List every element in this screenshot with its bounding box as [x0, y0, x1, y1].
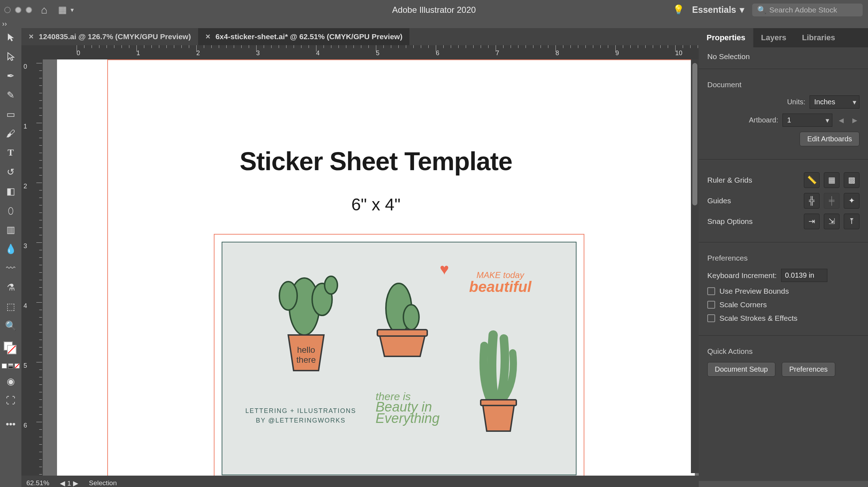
- direct-selection-tool-icon[interactable]: [4, 50, 17, 63]
- minimize-window-icon[interactable]: [15, 7, 21, 13]
- arrange-documents-icon[interactable]: ▦: [58, 4, 67, 15]
- maximize-window-icon[interactable]: [26, 7, 32, 13]
- ruler-icon[interactable]: 📏: [804, 172, 820, 188]
- kb-increment-input[interactable]: [781, 269, 827, 282]
- control-bar-toggle[interactable]: ››: [0, 20, 868, 28]
- close-tab-icon[interactable]: ✕: [205, 33, 211, 41]
- status-artboard[interactable]: 1: [67, 480, 71, 487]
- next-artboard-icon[interactable]: ▶: [850, 116, 859, 124]
- transparency-grid-icon[interactable]: ▩: [844, 172, 859, 188]
- paintbrush-tool-icon[interactable]: 🖌: [4, 127, 17, 140]
- ruler-grids-label: Ruler & Grids: [707, 176, 752, 184]
- color-mode-row: [2, 363, 20, 368]
- document-tab-2[interactable]: ✕ 6x4-sticker-sheet.ai* @ 62.51% (CMYK/G…: [198, 28, 410, 45]
- vertical-scrollbar[interactable]: [691, 59, 699, 473]
- svg-rect-8: [377, 330, 427, 336]
- tab-layers[interactable]: Layers: [753, 28, 794, 47]
- cactus-illustration-1: hello there: [269, 264, 347, 378]
- type-tool-icon[interactable]: T: [4, 146, 17, 159]
- width-tool-icon[interactable]: 〰: [4, 262, 17, 274]
- svg-point-1: [279, 282, 297, 310]
- zoom-level[interactable]: 62.51%: [26, 479, 49, 487]
- panel-tabs: Properties Layers Libraries: [699, 28, 868, 47]
- app-title: Adobe Illustrator 2020: [392, 5, 476, 15]
- rectangle-tool-icon[interactable]: ▭: [4, 108, 17, 121]
- tab-properties[interactable]: Properties: [699, 28, 753, 47]
- document-setup-button[interactable]: Document Setup: [707, 362, 775, 377]
- snap-pixel-icon[interactable]: ⤒: [844, 214, 859, 229]
- template-title: Sticker Sheet Template: [57, 147, 695, 176]
- app-topbar: ⌂ ▦ ▾ Adobe Illustrator 2020 💡 Essential…: [0, 0, 868, 20]
- screen-mode-icon[interactable]: ⛶: [4, 394, 17, 407]
- rotate-tool-icon[interactable]: ↺: [4, 166, 17, 178]
- close-window-icon[interactable]: [4, 7, 11, 13]
- quote-make-today: MAKE today beautiful: [454, 271, 547, 294]
- svg-rect-9: [481, 400, 516, 405]
- artboard-dropdown[interactable]: 1: [782, 114, 832, 127]
- discover-icon[interactable]: 💡: [673, 4, 684, 15]
- scale-corners-checkbox[interactable]: Scale Corners: [707, 300, 859, 309]
- home-icon[interactable]: ⌂: [41, 4, 47, 16]
- preferences-button[interactable]: Preferences: [782, 362, 835, 377]
- search-placeholder: Search Adobe Stock: [769, 6, 837, 14]
- scale-strokes-checkbox[interactable]: Scale Strokes & Effects: [707, 314, 859, 323]
- shape-builder-tool-icon[interactable]: ⬯: [4, 204, 17, 217]
- sticker-artboard: hello there ♥: [222, 242, 577, 475]
- scrollbar-thumb[interactable]: [692, 63, 697, 205]
- selection-tool-icon[interactable]: [4, 31, 17, 44]
- credit-text: LETTERING + ILLUSTRATIONS BY @LETTERINGW…: [244, 406, 358, 425]
- guides-toggle-icon[interactable]: ╬: [804, 193, 820, 209]
- workspace-switcher[interactable]: Essentials ▾: [692, 5, 744, 15]
- draw-mode-icon[interactable]: ◉: [4, 375, 17, 388]
- tab-label: 1240835.ai @ 126.7% (CMYK/GPU Preview): [39, 32, 191, 41]
- fill-stroke-swatch[interactable]: [4, 341, 18, 356]
- artboard: Sticker Sheet Template 6" x 4" hello the…: [57, 59, 695, 481]
- chevron-down-icon: ▾: [740, 5, 744, 15]
- prev-artboard-icon[interactable]: ◀: [837, 116, 846, 124]
- selection-status: No Selection: [699, 47, 868, 66]
- properties-panel: Properties Layers Libraries No Selection…: [699, 28, 868, 481]
- edit-artboards-button[interactable]: Edit Artboards: [800, 132, 859, 146]
- snap-label: Snap Options: [707, 217, 753, 226]
- close-tab-icon[interactable]: ✕: [29, 33, 34, 41]
- search-icon: 🔍: [757, 6, 766, 14]
- symbol-sprayer-icon[interactable]: ⚗: [4, 281, 17, 294]
- svg-text:hello: hello: [297, 345, 315, 355]
- document-area: ✕ 1240835.ai @ 126.7% (CMYK/GPU Preview)…: [21, 28, 699, 481]
- svg-text:there: there: [296, 355, 316, 365]
- tab-libraries[interactable]: Libraries: [794, 28, 843, 47]
- template-size: 6" x 4": [57, 195, 695, 214]
- units-dropdown[interactable]: Inches: [810, 95, 859, 109]
- guides-lock-icon[interactable]: ╪: [824, 193, 839, 209]
- artboard-tool-icon[interactable]: ⬚: [4, 300, 17, 313]
- snap-point-icon[interactable]: ⇥: [804, 214, 820, 229]
- eraser-tool-icon[interactable]: ◧: [4, 185, 17, 198]
- horizontal-ruler[interactable]: 012345678910: [43, 45, 699, 59]
- preview-bounds-checkbox[interactable]: Use Preview Bounds: [707, 287, 859, 295]
- canvas[interactable]: Sticker Sheet Template 6" x 4" hello the…: [43, 59, 699, 481]
- cactus-illustration-3: [465, 324, 536, 438]
- pen-tool-icon[interactable]: ✒: [4, 69, 17, 82]
- toolbox: ✒ ✎ ▭ 🖌 T ↺ ◧ ⬯ ▥ 💧 〰 ⚗ ⬚ 🔍 ◉ ⛶ •••: [0, 28, 21, 481]
- color-none-icon[interactable]: [15, 363, 20, 368]
- eyedropper-tool-icon[interactable]: 💧: [4, 242, 17, 255]
- curvature-tool-icon[interactable]: ✎: [4, 89, 17, 101]
- vertical-ruler[interactable]: 0123456: [21, 59, 43, 481]
- smart-guides-icon[interactable]: ✦: [844, 193, 859, 209]
- document-tab-1[interactable]: ✕ 1240835.ai @ 126.7% (CMYK/GPU Preview): [21, 28, 198, 45]
- arrange-dropdown-icon[interactable]: ▾: [71, 6, 74, 14]
- quote-beauty: there is Beauty in Everything: [376, 392, 461, 424]
- gradient-tool-icon[interactable]: ▥: [4, 223, 17, 236]
- stroke-swatch[interactable]: [7, 345, 16, 354]
- document-tabs: ✕ 1240835.ai @ 126.7% (CMYK/GPU Preview)…: [21, 28, 699, 45]
- grid-icon[interactable]: ▦: [824, 172, 839, 188]
- stock-search[interactable]: 🔍 Search Adobe Stock: [752, 4, 863, 16]
- color-solid-icon[interactable]: [2, 363, 7, 368]
- tab-label: 6x4-sticker-sheet.ai* @ 62.51% (CMYK/GPU…: [216, 32, 403, 41]
- snap-grid-icon[interactable]: ⇲: [824, 214, 839, 229]
- status-tool: Selection: [89, 479, 117, 487]
- zoom-tool-icon[interactable]: 🔍: [4, 319, 17, 332]
- color-gradient-icon[interactable]: [8, 363, 13, 368]
- edit-toolbar-icon[interactable]: •••: [4, 418, 17, 430]
- ruler-origin[interactable]: [21, 45, 43, 59]
